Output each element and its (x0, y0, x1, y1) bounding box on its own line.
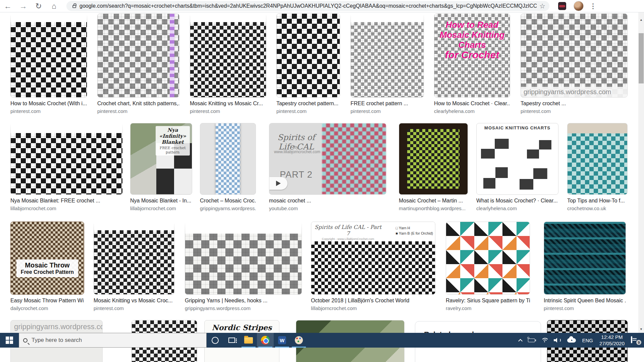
image-result video-result[interactable]: Spirits of Life CAL by www.lillabjorncro… (269, 123, 386, 211)
result-thumbnail[interactable]: Spirits of Life CAL by www.lillabjorncro… (269, 123, 386, 195)
image-result[interactable]: MOSAIC KNITTING CHARTS What is Mosaic Cr… (476, 123, 558, 211)
image-result[interactable]: Crochet chart, Knit stitch patterns,... … (97, 13, 179, 114)
language-indicator[interactable]: ENG (579, 333, 596, 348)
network-status[interactable] (538, 333, 551, 348)
result-thumbnail[interactable]: ■ Yarn B□ Yarn A copyright www.LillaBjor… (10, 123, 123, 195)
result-thumbnail[interactable] (276, 13, 340, 98)
image-result[interactable]: Intrinsic Spirit Queen Bed Mosaic ... pi… (544, 222, 626, 311)
image-result[interactable]: grippingyarns.wordpress.com Gripping Yar… (185, 222, 302, 311)
result-thumbnail[interactable]: grippingyarns.wordpress.com (521, 13, 628, 98)
result-domain[interactable]: clearlyhelena.com (476, 205, 558, 211)
result-domain[interactable]: dailycrochet.com (10, 305, 84, 311)
image-result[interactable]: Nya «Infinity» Blanket FREE crochet patt… (130, 123, 192, 211)
file-explorer-button[interactable] (240, 333, 257, 348)
battery-status[interactable] (525, 333, 538, 348)
scrollbar-down-arrow[interactable]: ▼ (638, 326, 644, 332)
result-title[interactable]: Mosaic Knitting vs Mosaic Cr... (190, 101, 266, 107)
result-domain[interactable]: crochetnow.co.uk (567, 205, 628, 211)
result-domain[interactable]: pinterest.com (544, 305, 626, 311)
result-domain[interactable]: clearlyhelena.com (434, 108, 510, 114)
extension-icon[interactable] (558, 2, 566, 10)
result-domain[interactable]: lillabjorncrochet.com (311, 305, 435, 311)
start-button[interactable] (0, 333, 19, 348)
result-title[interactable]: Easy Mosaic Throw Pattern Wi... (10, 298, 84, 304)
bookmark-star-icon[interactable]: ☆ (539, 2, 545, 10)
volume-control[interactable] (551, 333, 564, 348)
result-domain[interactable]: grippingyarns.wordpress.... (200, 205, 256, 211)
result-title[interactable]: Tapestry crochet ... (521, 101, 628, 107)
url-text[interactable]: google.com/search?q=mosaic+crochet+chart… (79, 3, 537, 9)
result-domain[interactable]: pinterest.com (351, 108, 424, 114)
result-thumbnail[interactable] (351, 13, 424, 98)
result-thumbnail[interactable]: How to Read Mosaic Knitting Charts for C… (434, 13, 510, 98)
result-title[interactable]: Nya Mosaic Blanket: FREE crochet ... (10, 198, 123, 204)
image-result[interactable]: grippingyarns.wordpress.com Tapestry cro… (521, 13, 628, 114)
result-domain[interactable]: pinterest.com (97, 108, 179, 114)
image-result[interactable]: Tapestry crochet pattern... pinterest.co… (276, 13, 340, 114)
result-thumbnail[interactable]: Spirits of Life CAL - Part 7 Copyright -… (311, 222, 435, 295)
taskbar-search-input[interactable]: Type here to search (19, 333, 207, 348)
result-title[interactable]: mosaic crochet ... (269, 198, 386, 204)
scrollbar-thumb[interactable] (639, 33, 644, 83)
result-domain[interactable]: grippingyarns.wordpress.com (185, 305, 302, 311)
onedrive-status[interactable] (564, 333, 579, 348)
notification-center-button[interactable]: 9 (628, 333, 642, 348)
scrollbar-up-arrow[interactable]: ▲ (638, 17, 644, 23)
result-domain[interactable]: pinterest.com (10, 108, 87, 114)
address-bar[interactable]: google.com/search?q=mosaic+crochet+chart… (66, 1, 549, 11)
result-domain[interactable]: pinterest.com (276, 108, 340, 114)
result-title[interactable]: Crochet – Mosaic Croc... (200, 198, 256, 204)
result-thumbnail[interactable] (97, 13, 179, 98)
chrome-button[interactable] (257, 333, 274, 348)
result-thumbnail[interactable] (200, 123, 256, 195)
image-result[interactable]: Top Tips and How-To f... crochetnow.co.u… (567, 123, 628, 211)
image-result[interactable]: Ravelry: Sirius Square pattern by Ti... … (446, 222, 530, 311)
result-domain[interactable]: lillabjorncrochet.com (10, 205, 123, 211)
play-button-icon[interactable] (269, 177, 287, 190)
browser-menu-icon[interactable]: ⋮ (590, 2, 596, 10)
result-thumbnail[interactable]: Mosaic Throw Free Crochet Pattern (10, 222, 84, 295)
result-domain[interactable]: lillabjorncrochet.com (130, 205, 192, 211)
result-title[interactable]: Mosaic Crochet – Martin ... (399, 198, 468, 204)
image-result[interactable]: Mosaic Crochet – Martin ... martinupnort… (399, 123, 468, 211)
image-result[interactable]: Mosaic Knitting vs Mosaic Croc... pinter… (94, 222, 174, 311)
result-title[interactable]: Tapestry crochet pattern... (276, 101, 340, 107)
result-thumbnail[interactable] (567, 123, 628, 195)
result-title[interactable]: Intrinsic Spirit Queen Bed Mosaic ... (544, 298, 626, 304)
result-title[interactable]: Mosaic Knitting vs Mosaic Croc... (94, 298, 174, 304)
result-domain[interactable]: ravelry.com (446, 305, 530, 311)
image-result[interactable]: Spirits of Life CAL - Part 7 Copyright -… (311, 222, 435, 311)
forward-icon[interactable]: → (15, 2, 31, 11)
result-thumbnail[interactable] (190, 13, 266, 98)
result-domain[interactable]: youtube.com (269, 205, 386, 211)
result-title[interactable]: FREE crochet pattern ... (351, 101, 424, 107)
result-thumbnail[interactable] (544, 222, 626, 295)
result-domain[interactable]: pinterest.com (190, 108, 266, 114)
result-thumbnail[interactable] (446, 222, 530, 295)
image-result[interactable]: How to Mosaic Crochet (With i... pintere… (10, 13, 87, 114)
cortana-button[interactable] (207, 333, 223, 348)
result-thumbnail[interactable] (10, 13, 87, 98)
result-thumbnail[interactable]: Nya «Infinity» Blanket FREE crochet patt… (130, 123, 192, 195)
reload-icon[interactable]: ↻ (31, 2, 46, 11)
result-title[interactable]: Gripping Yarns | Needles, hooks ... (185, 298, 302, 304)
result-title[interactable]: October 2018 | LillaBjörn's Crochet Worl… (311, 298, 435, 304)
image-result[interactable]: Crochet – Mosaic Croc... grippingyarns.w… (200, 123, 256, 211)
result-title[interactable]: Crochet chart, Knit stitch patterns,... (97, 101, 179, 107)
word-button[interactable]: W (274, 333, 290, 348)
tray-expand-button[interactable] (516, 333, 525, 348)
image-result[interactable]: ■ Yarn B□ Yarn A copyright www.LillaBjor… (10, 123, 123, 211)
lock-icon[interactable] (72, 5, 76, 8)
image-result[interactable]: FREE crochet pattern ... pinterest.com (351, 13, 424, 114)
result-domain[interactable]: martinupnorthblog.wordpres... (399, 205, 468, 211)
task-view-button[interactable] (223, 333, 240, 348)
result-title[interactable]: Nya Mosaic Blanket - In... (130, 198, 192, 204)
result-title[interactable]: How to Mosaic Crochet · Clear... (434, 101, 510, 107)
page-scrollbar[interactable]: ▲ ▼ (638, 12, 644, 333)
paint-button[interactable] (290, 333, 307, 348)
image-result[interactable]: Mosaic Throw Free Crochet Pattern Easy M… (10, 222, 84, 311)
result-domain[interactable]: pinterest.com (94, 305, 174, 311)
result-title[interactable]: How to Mosaic Crochet (With i... (10, 101, 87, 107)
image-result[interactable]: How to Read Mosaic Knitting Charts for C… (434, 13, 510, 114)
result-title[interactable]: What is Mosaic Crochet? · Clear... (476, 198, 558, 204)
